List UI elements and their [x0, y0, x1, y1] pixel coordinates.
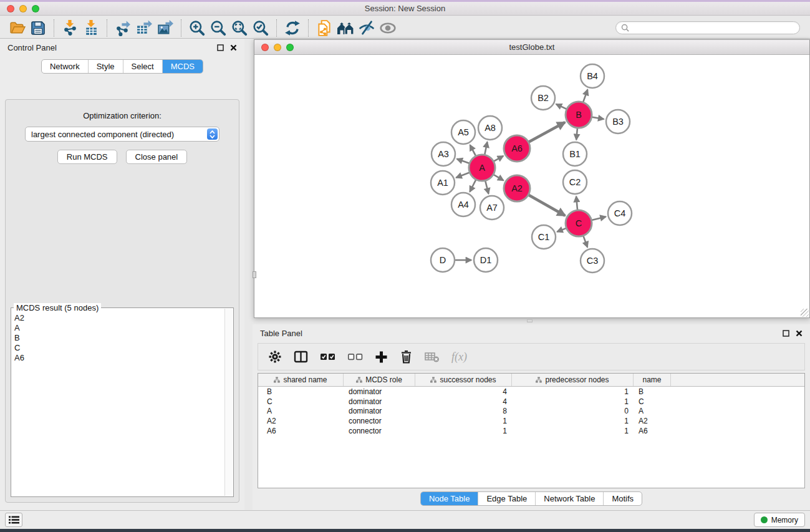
node-D1[interactable]: D1: [474, 248, 498, 272]
node-A5[interactable]: A5: [451, 120, 475, 144]
node-B4[interactable]: B4: [581, 64, 604, 88]
save-session-icon[interactable]: [27, 19, 49, 37]
export-table-icon[interactable]: [133, 19, 155, 37]
tab-select[interactable]: Select: [123, 60, 162, 73]
column-visibility-icon[interactable]: [294, 349, 308, 365]
table-row[interactable]: A6connector11A6: [258, 426, 804, 436]
delete-column-icon[interactable]: [400, 349, 413, 365]
column-header-name[interactable]: name: [634, 374, 671, 386]
column-header-successor-nodes[interactable]: successor nodes: [415, 374, 512, 386]
node-B2[interactable]: B2: [531, 86, 555, 110]
node-A3[interactable]: A3: [432, 142, 455, 166]
tab-edge-table[interactable]: Edge Table: [478, 492, 535, 505]
cytoscape-app: Session: New Session: [0, 0, 810, 532]
column-header-shared-name[interactable]: shared name: [258, 374, 344, 386]
add-column-icon[interactable]: [375, 349, 388, 365]
tab-style[interactable]: Style: [88, 60, 123, 73]
node-C1[interactable]: C1: [532, 225, 556, 249]
zoom-window-button[interactable]: [32, 5, 39, 12]
zoom-in-icon[interactable]: [186, 19, 208, 37]
zoom-selected-icon[interactable]: [250, 19, 271, 37]
network-canvas[interactable]: B4B2BB3A8A5A6A3B1AC2A1A2A4A7C4CC1DD1C3: [254, 55, 809, 317]
criterion-dropdown[interactable]: largest connected component (directed): [25, 127, 219, 142]
result-node-item[interactable]: C: [12, 343, 224, 353]
close-panel-button[interactable]: Close panel: [126, 150, 188, 164]
close-window-button[interactable]: [7, 5, 14, 12]
select-all-rows-icon[interactable]: [320, 349, 335, 365]
desktop-background: [0, 529, 810, 532]
export-network-icon[interactable]: [112, 19, 133, 37]
column-header-MCDS-role[interactable]: MCDS role: [344, 374, 415, 386]
close-table-panel-icon[interactable]: [796, 330, 803, 337]
network-zoom-button[interactable]: [286, 44, 294, 51]
run-mcds-button[interactable]: Run MCDS: [57, 150, 117, 164]
window-resize-grip[interactable]: [801, 309, 809, 317]
node-A7[interactable]: A7: [480, 196, 504, 220]
table-cell: dominator: [344, 387, 415, 396]
svg-text:B3: B3: [612, 117, 624, 127]
tab-network-table[interactable]: Network Table: [535, 492, 603, 505]
network-window-titlebar[interactable]: testGlobe.txt: [254, 40, 809, 55]
splitter-handle[interactable]: [527, 319, 533, 322]
import-network-icon[interactable]: [59, 19, 80, 37]
result-node-item[interactable]: A6: [12, 353, 224, 363]
table-settings-gear-icon[interactable]: [268, 349, 282, 365]
node-C2[interactable]: C2: [563, 170, 587, 194]
first-neighbors-icon[interactable]: [335, 19, 356, 37]
node-C3[interactable]: C3: [581, 249, 604, 273]
minimize-window-button[interactable]: [19, 5, 27, 12]
node-A1[interactable]: A1: [431, 171, 455, 195]
control-panel-header: Control Panel: [0, 39, 244, 56]
result-node-item[interactable]: A2: [12, 313, 224, 323]
column-header-predecessor-nodes[interactable]: predecessor nodes: [512, 374, 634, 386]
node-A4[interactable]: A4: [451, 193, 475, 216]
zoom-out-icon[interactable]: [208, 19, 229, 37]
hide-selected-icon[interactable]: [356, 19, 377, 37]
node-B3[interactable]: B3: [606, 110, 630, 133]
node-C[interactable]: C: [566, 210, 592, 236]
show-all-icon[interactable]: [377, 19, 398, 37]
result-node-item[interactable]: B: [12, 333, 224, 343]
node-B1[interactable]: B1: [563, 142, 587, 166]
search-field[interactable]: [615, 21, 800, 34]
table-cell: A: [634, 407, 671, 415]
search-input[interactable]: [632, 24, 794, 32]
table-row[interactable]: A2connector11A2: [258, 416, 804, 426]
table-row[interactable]: Adominator80A: [258, 406, 804, 416]
zoom-fit-icon[interactable]: [229, 19, 250, 37]
network-graph[interactable]: B4B2BB3A8A5A6A3B1AC2A1A2A4A7C4CC1DD1C3: [254, 55, 809, 317]
apply-layout-icon[interactable]: [282, 19, 303, 37]
network-minimize-button[interactable]: [274, 44, 281, 51]
node-A6[interactable]: A6: [504, 135, 530, 162]
open-session-icon[interactable]: [6, 19, 27, 37]
export-image-icon[interactable]: [155, 19, 176, 37]
table-cell: 1: [512, 397, 634, 406]
float-panel-icon[interactable]: [217, 44, 224, 51]
node-C4[interactable]: C4: [608, 201, 632, 225]
result-scrollbar[interactable]: [224, 309, 233, 496]
deselect-all-rows-icon[interactable]: [347, 349, 363, 365]
new-network-from-selection-icon[interactable]: [314, 19, 335, 37]
tab-network[interactable]: Network: [42, 60, 88, 73]
float-table-panel-icon[interactable]: [783, 330, 789, 337]
table-row[interactable]: Bdominator41B: [258, 387, 804, 397]
task-history-button[interactable]: [5, 513, 22, 527]
table-cell: connector: [344, 427, 415, 435]
close-panel-icon[interactable]: [230, 44, 237, 51]
result-node-item[interactable]: A: [12, 323, 224, 333]
node-A2[interactable]: A2: [504, 175, 530, 201]
tab-motifs[interactable]: Motifs: [603, 492, 642, 505]
import-table-icon[interactable]: [80, 19, 102, 37]
node-A8[interactable]: A8: [478, 116, 502, 140]
node-A[interactable]: A: [469, 155, 495, 181]
table-row[interactable]: Cdominator41C: [258, 397, 804, 407]
tab-node-table[interactable]: Node Table: [421, 492, 478, 505]
delete-table-icon[interactable]: [425, 349, 440, 365]
memory-button[interactable]: Memory: [754, 513, 805, 527]
node-B[interactable]: B: [566, 102, 592, 128]
mcds-result-list[interactable]: A2ABCA6: [12, 313, 224, 496]
window-edge-grip[interactable]: [253, 271, 256, 278]
node-D[interactable]: D: [431, 248, 455, 272]
network-close-button[interactable]: [261, 44, 269, 51]
tab-mcds[interactable]: MCDS: [162, 60, 203, 73]
